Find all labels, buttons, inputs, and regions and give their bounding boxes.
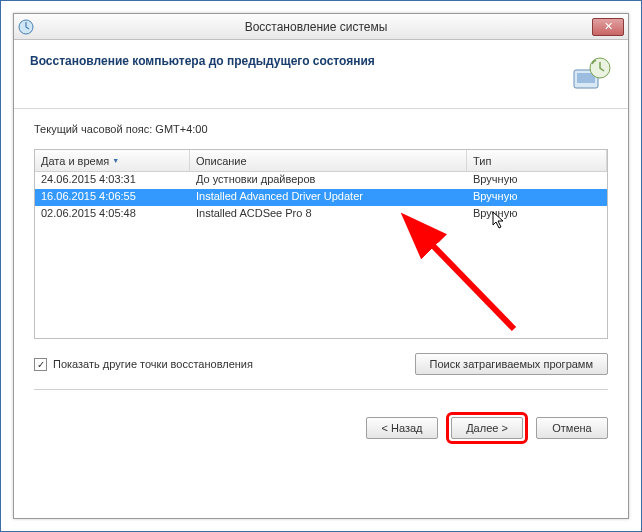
window-title: Восстановление системы — [40, 20, 592, 34]
footer: < Назад Далее > Отмена — [14, 400, 628, 456]
cell-description: Installed Advanced Driver Updater — [190, 189, 467, 206]
cell-type: Вручную — [467, 189, 607, 206]
cell-type: Вручную — [467, 172, 607, 189]
back-button[interactable]: < Назад — [366, 417, 438, 439]
show-other-label: Показать другие точки восстановления — [53, 358, 253, 370]
cell-description: До устновки драйверов — [190, 172, 467, 189]
next-button[interactable]: Далее > — [451, 417, 523, 439]
column-type[interactable]: Тип — [467, 150, 607, 171]
restore-points-table: Дата и время ▼ Описание Тип 24.06.2015 4… — [34, 149, 608, 339]
cell-description: Installed ACDSee Pro 8 — [190, 206, 467, 223]
separator — [34, 389, 608, 390]
scan-affected-button[interactable]: Поиск затрагиваемых программ — [415, 353, 608, 375]
cell-date: 16.06.2015 4:06:55 — [35, 189, 190, 206]
column-date[interactable]: Дата и время ▼ — [35, 150, 190, 171]
table-row[interactable]: 02.06.2015 4:05:48Installed ACDSee Pro 8… — [35, 206, 607, 223]
cancel-button[interactable]: Отмена — [536, 417, 608, 439]
page-title: Восстановление компьютера до предыдущего… — [30, 54, 568, 68]
close-button[interactable]: ✕ — [592, 18, 624, 36]
sort-indicator-icon: ▼ — [112, 157, 119, 164]
check-icon: ✓ — [37, 359, 45, 370]
table-row[interactable]: 24.06.2015 4:03:31До устновки драйверовВ… — [35, 172, 607, 189]
table-body: 24.06.2015 4:03:31До устновки драйверовВ… — [35, 172, 607, 223]
table-row[interactable]: 16.06.2015 4:06:55Installed Advanced Dri… — [35, 189, 607, 206]
column-description[interactable]: Описание — [190, 150, 467, 171]
body: Текущий часовой пояс: GMT+4:00 Дата и вр… — [14, 109, 628, 400]
outer-frame: Восстановление системы ✕ Восстановление … — [0, 0, 642, 532]
titlebar: Восстановление системы ✕ — [14, 14, 628, 40]
table-header: Дата и время ▼ Описание Тип — [35, 150, 607, 172]
show-other-checkbox[interactable]: ✓ Показать другие точки восстановления — [34, 358, 253, 371]
cell-type: Вручную — [467, 206, 607, 223]
cell-date: 02.06.2015 4:05:48 — [35, 206, 190, 223]
close-icon: ✕ — [604, 20, 613, 33]
cell-date: 24.06.2015 4:03:31 — [35, 172, 190, 189]
checkbox-box: ✓ — [34, 358, 47, 371]
options-row: ✓ Показать другие точки восстановления П… — [34, 353, 608, 375]
restore-icon — [568, 54, 612, 98]
window: Восстановление системы ✕ Восстановление … — [13, 13, 629, 519]
app-icon — [18, 19, 34, 35]
next-button-highlight: Далее > — [446, 412, 528, 444]
timezone-label: Текущий часовой пояс: GMT+4:00 — [34, 123, 608, 135]
header-area: Восстановление компьютера до предыдущего… — [14, 40, 628, 109]
